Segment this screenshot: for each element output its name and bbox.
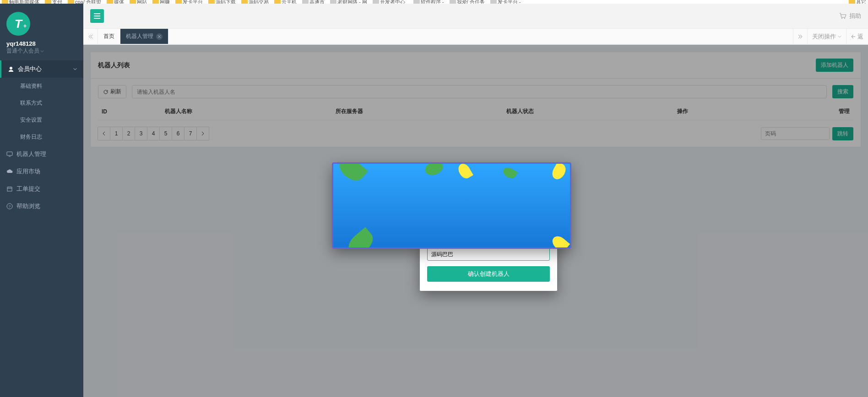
back-arrow-icon [851,34,856,39]
donate-link[interactable]: 捐助 [849,12,861,20]
sidebar-item-contact[interactable]: 联系方式 [0,95,83,112]
svg-rect-1 [7,152,12,156]
bookmark-item[interactable]: 源码交易 [241,0,269,4]
calendar-icon [6,186,13,192]
tabs-scroll-left[interactable] [83,29,98,44]
username: yqr148128 [6,40,77,47]
sidebar-item-finance-log[interactable]: 财务日志 [0,129,83,145]
main-area: 捐助 首页 机器人管理 关闭操作 [83,4,868,397]
bookmark-item[interactable]: cpa/ 合联盟 [68,0,101,4]
tabs-scroll-right[interactable] [793,29,807,44]
user-role[interactable]: 普通个人会员 [6,47,77,55]
tab-close-button[interactable] [156,33,163,40]
bookmark-item[interactable]: 软件程序 - [413,0,444,4]
bookmark-item[interactable]: 发卡平台 [175,0,203,4]
cloud-icon [6,168,13,175]
cart-icon [839,13,846,19]
content: 机器人列表 添加机器人 刷新 搜索 ID [83,45,868,397]
svg-point-5 [841,18,842,19]
sidebar-item-bot-manage[interactable]: 机器人管理 [0,145,83,163]
bookmark-item[interactable]: 网站 [130,0,147,4]
sidebar-item-security[interactable]: 安全设置 [0,112,83,129]
bookmark-item[interactable]: 具它 [849,0,866,4]
sidebar-item-basic-info[interactable]: 基础资料 [0,78,83,95]
sidebar: T yqr148128 普通个人会员 会员中心 基础资料 联系方式 安全设置 财… [0,4,83,397]
sidebar-item-member-center[interactable]: 会员中心 [0,60,83,78]
confirm-create-button[interactable]: 确认创建机器人 [427,266,550,282]
sidebar-item-help[interactable]: ? 帮助浏览 [0,198,83,215]
decorative-banner [332,162,571,249]
create-bot-modal: 确认创建机器人 [420,241,557,291]
bookmark-item[interactable]: 支付 [45,0,62,4]
bookmark-item[interactable]: 老财网络 - 网 [330,0,367,4]
svg-text:?: ? [9,204,11,209]
tabs-close-ops[interactable]: 关闭操作 [807,29,846,44]
double-chevron-right-icon [798,34,803,39]
topbar: 捐助 [83,4,868,29]
user-icon [8,66,14,72]
profile-block: T yqr148128 普通个人会员 [0,4,83,60]
bookmark-item[interactable]: 发卡平台 - [490,0,521,4]
avatar: T [6,12,30,36]
bookmarks-bar: 触电新闻媒体 支付 cpa/ 合联盟 媒体 网站 网赚 发卡平台 源码下载 源码… [0,0,868,4]
sidebar-item-app-market[interactable]: 应用市场 [0,163,83,180]
bookmark-item[interactable]: 触电新闻媒体 [2,0,39,4]
svg-point-6 [844,18,845,19]
bookmark-item[interactable]: 高通市 [302,0,325,4]
tabs-row: 首页 机器人管理 关闭操作 返 [83,29,868,45]
hamburger-icon [94,13,100,19]
bookmark-item[interactable]: 源码下载 [208,0,236,4]
svg-rect-2 [7,187,12,191]
tab-home[interactable]: 首页 [98,29,120,44]
sidebar-nav: 会员中心 基础资料 联系方式 安全设置 财务日志 机器人管理 应用市场 工单提交… [0,60,83,215]
sidebar-item-ticket[interactable]: 工单提交 [0,180,83,198]
tabs-back[interactable]: 返 [846,29,868,44]
chevron-down-icon [838,35,841,38]
tab-bot-manage[interactable]: 机器人管理 [120,29,168,44]
bookmark-item[interactable]: 媒体 [107,0,124,4]
menu-toggle-button[interactable] [90,9,104,23]
bot-name-input[interactable] [427,248,550,261]
svg-point-0 [10,67,12,70]
bookmark-item[interactable]: 网赚 [152,0,170,4]
bookmark-item[interactable]: 我爱/ 合任务 [450,0,485,4]
bookmark-item[interactable]: 开发者中心_ [373,0,408,4]
monitor-icon [6,151,13,157]
close-icon [157,35,161,38]
bookmark-item[interactable]: 云主机 [274,0,297,4]
chevron-down-icon [73,67,77,71]
chevron-down-icon [40,49,44,53]
help-icon: ? [6,203,13,209]
double-chevron-left-icon [88,34,93,39]
